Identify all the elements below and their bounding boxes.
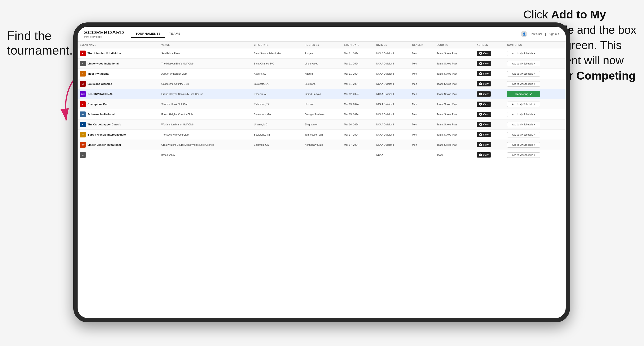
tablet-screen: SCOREBOARD Powered by clippd TOURNAMENTS… (78, 27, 566, 318)
competing-cell: Add to My Schedule + (505, 140, 566, 150)
view-button[interactable]: ▶View (477, 142, 491, 147)
team-logo: R (80, 50, 86, 56)
actions-cell: ▶View (474, 69, 505, 79)
event-name-cell: BThe Carpetbagger Classic (78, 120, 159, 130)
start-date-cell (342, 150, 374, 160)
venue-cell: Grand Canyon University Golf Course (159, 89, 252, 99)
team-logo: ... (80, 152, 86, 158)
table-header-row: EVENT NAME VENUE CITY, STATE HOSTED BY S… (78, 42, 566, 48)
start-date-cell: Mar 11, 2024 (342, 48, 374, 59)
venue-cell: Sea Palms Resort (159, 48, 252, 59)
table-row: HChampions CupShadow Hawk Golf ClubRichm… (78, 99, 566, 109)
event-name-cell: LALouisiana Classics (78, 79, 159, 89)
event-name-cell: ... (78, 150, 159, 160)
view-button[interactable]: ▶View (477, 61, 491, 66)
hosted-by-cell: Tennessee Tech (302, 130, 342, 140)
team-logo: TT (80, 132, 86, 138)
table-row: LLindenwood InvitationalThe Missouri Blu… (78, 59, 566, 69)
add-to-schedule-button[interactable]: Add to My Schedule + (507, 51, 540, 56)
actions-cell: ▶View (474, 89, 505, 99)
event-name-cell: GCUGCU INVITATIONAL (78, 89, 159, 99)
division-cell: NCAA Division I (374, 59, 410, 69)
header-right: 👤 Test User | Sign out (521, 31, 559, 37)
view-button[interactable]: ▶View (477, 122, 491, 127)
logo-subtitle: Powered by clippd (84, 36, 124, 38)
view-button[interactable]: ▶View (477, 91, 491, 97)
event-name-cell: RThe Johnnie - O Individual (78, 48, 159, 59)
event-name-text: GCU INVITATIONAL (88, 93, 113, 95)
event-name-text: The Johnnie - O Individual (88, 52, 122, 55)
add-to-schedule-button[interactable]: Add to My Schedule + (507, 152, 540, 158)
start-date-cell: Mar 11, 2024 (342, 59, 374, 69)
scoring-cell: Team, Stroke Play (434, 130, 474, 140)
gender-cell: Men (410, 79, 434, 89)
actions-cell: ▶View (474, 130, 505, 140)
col-event-name: EVENT NAME (78, 42, 159, 48)
gender-cell: Men (410, 120, 434, 130)
add-to-schedule-button[interactable]: Add to My Schedule + (507, 122, 540, 127)
view-button[interactable]: ▶View (477, 112, 491, 117)
venue-cell: The Sevierville Golf Club (159, 130, 252, 140)
view-button[interactable]: ▶View (477, 152, 491, 158)
add-to-schedule-button[interactable]: Add to My Schedule + (507, 71, 540, 77)
add-to-schedule-button[interactable]: Add to My Schedule + (507, 142, 540, 148)
annotation-left: Find the tournament. (7, 28, 73, 58)
division-cell: NCAA (374, 150, 410, 160)
competing-cell: Add to My Schedule + (505, 59, 566, 69)
division-cell: NCAA Division I (374, 99, 410, 109)
city-state-cell: Eatonton, GA (252, 140, 302, 150)
tab-tournaments[interactable]: TOURNAMENTS (131, 30, 165, 38)
start-date-cell: Mar 12, 2024 (342, 89, 374, 99)
event-name-text: Linger Longer Invitational (88, 143, 121, 146)
event-name-text: Bobby Nichols Intercollegiate (88, 133, 126, 136)
view-button[interactable]: ▶View (477, 81, 491, 86)
add-to-schedule-button[interactable]: Add to My Schedule + (507, 61, 540, 66)
start-date-cell: Mar 11, 2024 (342, 79, 374, 89)
table-row: TTiger InvitationalAuburn University Clu… (78, 69, 566, 79)
actions-cell: ▶View (474, 59, 505, 69)
gender-cell: Men (410, 99, 434, 109)
scoring-cell: Team, (434, 150, 474, 160)
col-start-date: START DATE (342, 42, 374, 48)
play-icon: ▶ (479, 72, 482, 75)
event-name-cell: GSSchenkel Invitational (78, 109, 159, 120)
competing-cell: Add to My Schedule + (505, 109, 566, 120)
gender-cell: Men (410, 130, 434, 140)
actions-cell: ▶View (474, 150, 505, 160)
col-division: DIVISION (374, 42, 410, 48)
play-icon: ▶ (479, 93, 482, 95)
add-to-schedule-button[interactable]: Add to My Schedule + (507, 102, 540, 107)
scoring-cell: Team, Stroke Play (434, 79, 474, 89)
col-competing: COMPETING (505, 42, 566, 48)
competing-cell: Add to My Schedule + (505, 130, 566, 140)
event-name-text: Tiger Invitational (88, 72, 109, 75)
venue-cell: Brook Valley (159, 150, 252, 160)
gender-cell: Men (410, 48, 434, 59)
gender-cell: Men (410, 69, 434, 79)
tab-teams[interactable]: TEAMS (165, 30, 185, 38)
add-to-schedule-button[interactable]: Add to My Schedule + (507, 132, 540, 138)
division-cell: NCAA Division I (374, 109, 410, 120)
table-body: RThe Johnnie - O IndividualSea Palms Res… (78, 48, 566, 160)
table-row: TTBobby Nichols IntercollegiateThe Sevie… (78, 130, 566, 140)
city-state-cell: Saint Simons Island, GA (252, 48, 302, 59)
app-header: SCOREBOARD Powered by clippd TOURNAMENTS… (78, 27, 566, 42)
col-scoring: SCORING (434, 42, 474, 48)
play-icon: ▶ (479, 82, 482, 85)
division-cell: NCAA Division I (374, 130, 410, 140)
view-button[interactable]: ▶View (477, 102, 491, 107)
venue-cell: Great Waters Course At Reynolds Lake Oco… (159, 140, 252, 150)
play-icon: ▶ (479, 52, 482, 55)
gender-cell: Men (410, 89, 434, 99)
add-to-schedule-button[interactable]: Add to My Schedule + (507, 81, 540, 87)
view-button[interactable]: ▶View (477, 71, 491, 76)
hosted-by-cell: Lindenwood (302, 59, 342, 69)
view-button[interactable]: ▶View (477, 132, 491, 137)
competing-cell: Add to My Schedule + (505, 150, 566, 160)
view-button[interactable]: ▶View (477, 51, 491, 56)
competing-button[interactable]: Competing ✓ (507, 91, 540, 97)
add-to-schedule-button[interactable]: Add to My Schedule + (507, 112, 540, 117)
sign-out-link[interactable]: Sign out (549, 32, 559, 36)
team-logo: H (80, 101, 86, 107)
table-container[interactable]: EVENT NAME VENUE CITY, STATE HOSTED BY S… (78, 42, 566, 318)
